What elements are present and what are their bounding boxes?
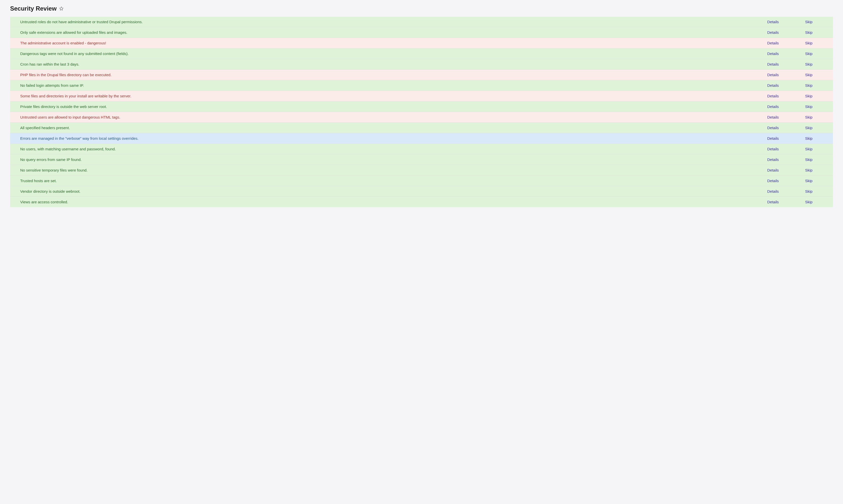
check-message: Errors are managed in the "verbose" way … — [20, 136, 767, 141]
skip-link[interactable]: Skip — [805, 136, 812, 141]
check-row: Vendor directory is outside webroot.Deta… — [10, 186, 833, 197]
details-link[interactable]: Details — [767, 62, 779, 66]
check-actions: DetailsSkip — [767, 200, 823, 204]
skip-link[interactable]: Skip — [805, 126, 812, 130]
check-message: Dangerous tags were not found in any sub… — [20, 52, 767, 56]
check-row: Some files and directories in your insta… — [10, 91, 833, 102]
check-row: The administrative account is enabled - … — [10, 38, 833, 49]
details-link[interactable]: Details — [767, 126, 779, 130]
details-link[interactable]: Details — [767, 83, 779, 88]
check-row: Dangerous tags were not found in any sub… — [10, 49, 833, 59]
check-actions: DetailsSkip — [767, 179, 823, 183]
skip-link[interactable]: Skip — [805, 179, 812, 183]
check-row: No sensitive temporary files were found.… — [10, 165, 833, 176]
check-message: The administrative account is enabled - … — [20, 41, 767, 45]
check-row: Private files directory is outside the w… — [10, 102, 833, 112]
skip-link[interactable]: Skip — [805, 157, 812, 162]
check-actions: DetailsSkip — [767, 157, 823, 162]
check-row: Trusted hosts are set.DetailsSkip — [10, 176, 833, 186]
check-row: Untrusted users are allowed to input dan… — [10, 112, 833, 123]
skip-link[interactable]: Skip — [805, 73, 812, 77]
details-link[interactable]: Details — [767, 30, 779, 35]
check-row: Untrusted roles do not have administrati… — [10, 17, 833, 27]
check-row: Only safe extensions are allowed for upl… — [10, 27, 833, 38]
check-message: All specified headers present. — [20, 126, 767, 130]
details-link[interactable]: Details — [767, 189, 779, 194]
details-link[interactable]: Details — [767, 94, 779, 98]
check-message: Untrusted users are allowed to input dan… — [20, 115, 767, 119]
skip-link[interactable]: Skip — [805, 52, 812, 56]
details-link[interactable]: Details — [767, 168, 779, 172]
details-link[interactable]: Details — [767, 200, 779, 204]
details-link[interactable]: Details — [767, 20, 779, 24]
check-actions: DetailsSkip — [767, 147, 823, 151]
check-actions: DetailsSkip — [767, 126, 823, 130]
check-actions: DetailsSkip — [767, 20, 823, 24]
check-message: No sensitive temporary files were found. — [20, 168, 767, 172]
check-row: All specified headers present.DetailsSki… — [10, 123, 833, 133]
check-actions: DetailsSkip — [767, 73, 823, 77]
check-message: Only safe extensions are allowed for upl… — [20, 30, 767, 35]
skip-link[interactable]: Skip — [805, 30, 812, 35]
check-actions: DetailsSkip — [767, 62, 823, 66]
skip-link[interactable]: Skip — [805, 115, 812, 119]
check-row: Errors are managed in the "verbose" way … — [10, 133, 833, 144]
check-message: PHP files in the Drupal files directory … — [20, 73, 767, 77]
check-message: No query errors from same IP found. — [20, 157, 767, 162]
skip-link[interactable]: Skip — [805, 189, 812, 194]
check-actions: DetailsSkip — [767, 41, 823, 45]
skip-link[interactable]: Skip — [805, 147, 812, 151]
check-message: Some files and directories in your insta… — [20, 94, 767, 98]
check-actions: DetailsSkip — [767, 115, 823, 119]
check-message: Untrusted roles do not have administrati… — [20, 20, 767, 24]
details-link[interactable]: Details — [767, 136, 779, 141]
skip-link[interactable]: Skip — [805, 104, 812, 109]
check-actions: DetailsSkip — [767, 168, 823, 172]
details-link[interactable]: Details — [767, 41, 779, 45]
details-link[interactable]: Details — [767, 115, 779, 119]
details-link[interactable]: Details — [767, 147, 779, 151]
check-actions: DetailsSkip — [767, 104, 823, 109]
page-title: Security Review — [10, 5, 56, 12]
checks-list: Untrusted roles do not have administrati… — [10, 17, 833, 207]
skip-link[interactable]: Skip — [805, 94, 812, 98]
check-actions: DetailsSkip — [767, 30, 823, 35]
star-icon[interactable] — [59, 6, 64, 11]
check-message: No users, with matching username and pas… — [20, 147, 767, 151]
skip-link[interactable]: Skip — [805, 41, 812, 45]
details-link[interactable]: Details — [767, 157, 779, 162]
check-actions: DetailsSkip — [767, 94, 823, 98]
check-actions: DetailsSkip — [767, 52, 823, 56]
check-row: No users, with matching username and pas… — [10, 144, 833, 155]
check-row: No failed login attempts from same IP.De… — [10, 80, 833, 91]
skip-link[interactable]: Skip — [805, 20, 812, 24]
skip-link[interactable]: Skip — [805, 168, 812, 172]
check-message: Vendor directory is outside webroot. — [20, 189, 767, 194]
skip-link[interactable]: Skip — [805, 83, 812, 88]
details-link[interactable]: Details — [767, 179, 779, 183]
check-message: No failed login attempts from same IP. — [20, 83, 767, 88]
check-actions: DetailsSkip — [767, 136, 823, 141]
check-row: Cron has ran within the last 3 days.Deta… — [10, 59, 833, 70]
check-row: No query errors from same IP found.Detai… — [10, 155, 833, 165]
check-message: Trusted hosts are set. — [20, 179, 767, 183]
details-link[interactable]: Details — [767, 104, 779, 109]
check-row: PHP files in the Drupal files directory … — [10, 70, 833, 80]
check-actions: DetailsSkip — [767, 83, 823, 88]
check-message: Views are access controlled. — [20, 200, 767, 204]
details-link[interactable]: Details — [767, 52, 779, 56]
skip-link[interactable]: Skip — [805, 62, 812, 66]
check-actions: DetailsSkip — [767, 189, 823, 194]
page-header: Security Review — [10, 5, 833, 12]
check-message: Cron has ran within the last 3 days. — [20, 62, 767, 66]
details-link[interactable]: Details — [767, 73, 779, 77]
check-row: Views are access controlled.DetailsSkip — [10, 197, 833, 207]
skip-link[interactable]: Skip — [805, 200, 812, 204]
check-message: Private files directory is outside the w… — [20, 104, 767, 109]
